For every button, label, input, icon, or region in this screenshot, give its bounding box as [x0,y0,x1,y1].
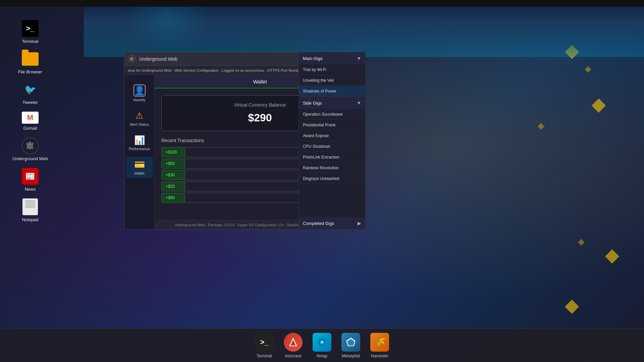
hackify-icon: 👤 [133,84,146,97]
performance-icon: 📊 [134,135,145,145]
sidebar-item-underground-web[interactable]: 🕸 Underground Web [12,137,48,161]
desktop-sidebar: >_ Terminal File Browser 🐦 Tweeter Gomai… [0,7,60,222]
taskbar-app-harvester[interactable]: 🌾 Harvester [370,333,389,358]
gig-label-cpu-shutdown: CPU Shutdown [303,144,330,149]
taskbar-app-terminal[interactable]: >_ Terminal [255,333,274,358]
gig-label-rainbow-revolution: Rainbow Revolution [303,166,339,170]
taskbar-top [0,0,644,7]
gig-label-presidential-prank: Presidential Prank [303,123,335,127]
sidebar-item-notepad[interactable]: Notepad [22,198,39,222]
taskbar-harvester-icon: 🌾 [370,333,389,352]
side-gigs-expand-icon: ▼ [357,100,361,106]
window-app-icon: 🕸 [128,55,136,63]
sidebar-label-file-browser: File Browser [18,69,42,74]
taskbar-airocrack-icon [284,333,303,352]
gig-item-disgrace-unleashed[interactable]: Disgrace Unleashed [299,173,365,184]
terminal-icon: >_ [22,20,39,37]
wallet-icon: 💳 [134,160,145,170]
taskbar-label-harvester: Harvester [371,354,388,358]
tx-amount-2: +$30 [162,170,185,180]
gig-label-unveiling-the-veil: Unveiling the Veil [303,78,334,83]
completed-gigs-header[interactable]: Completed Gigs ▶ [299,217,365,229]
sidebar-label-terminal: Terminal [22,39,38,44]
nav-label-wallet: Wallet [134,171,144,175]
address-bar-text: etup for Underground Web - Web Service C… [128,68,326,72]
sidebar-item-news[interactable]: 📰 News [22,168,39,192]
notepad-icon-wrap [22,198,39,215]
sidebar-label-notepad: Notepad [22,217,38,222]
gig-label-phishlink-extraction: PhishLink Extraction [303,155,339,160]
tx-amount-3: +$20 [162,182,185,191]
sidebar-label-gomail: Gomail [23,126,37,131]
completed-gigs-expand-icon: ▶ [358,221,361,226]
side-gigs-header[interactable]: Side Gigs ▼ [299,97,365,109]
tweeter-icon: 🐦 [22,81,39,98]
taskbar-label-airocrack: Airocrack [285,354,302,358]
underground-web-icon: 🕸 [22,137,39,154]
sidebar-item-gomail[interactable]: Gomail [22,112,39,131]
nav-item-wallet[interactable]: 💳 Wallet [126,157,153,178]
nav-label-performance: Performance [129,147,150,151]
sidebar-item-tweeter[interactable]: 🐦 Tweeter [22,81,39,105]
gig-label-disgrace-unleashed: Disgrace Unleashed [303,176,339,181]
tx-amount-0: +$100 [162,147,185,157]
notepad-icon [22,198,38,215]
sidebar-label-news: News [25,187,36,192]
sidebar-item-file-browser[interactable]: File Browser [18,51,42,74]
gig-item-rainbow-revolution[interactable]: Rainbow Revolution [299,163,365,173]
gig-item-trial-by-wifi[interactable]: Trial by Wi-Fi [299,64,365,75]
main-gigs-expand-icon: ▼ [357,56,361,61]
nav-item-alert-status[interactable]: ⚠ Alert Status [126,108,153,129]
taskbar-label-terminal: Terminal [257,354,272,358]
gig-label-trial-by-wifi: Trial by Wi-Fi [303,67,326,72]
tx-amount-1: +$50 [162,159,185,168]
gig-item-presidential-prank[interactable]: Presidential Prank [299,120,365,130]
gigs-panel: Main Gigs ▼ Trial by Wi-Fi Unveiling the… [299,52,366,230]
gig-item-operation-soundwave[interactable]: Operation Soundwave [299,109,365,120]
folder-icon [22,52,39,66]
gig-item-unveiling-the-veil[interactable]: Unveiling the Veil [299,75,365,86]
nav-label-alert-status: Alert Status [130,122,149,126]
gig-item-award-expose[interactable]: Award Expose [299,130,365,141]
main-gigs-title: Main Gigs [303,56,323,61]
svg-point-4 [321,341,323,343]
gig-label-award-expose: Award Expose [303,133,329,138]
nav-item-performance[interactable]: 📊 Performance [126,132,153,154]
alert-status-icon: ⚠ [136,111,143,121]
left-nav: 👤 Hackify ⚠ Alert Status 📊 Performance 💳… [124,75,155,229]
gig-label-operation-soundwave: Operation Soundwave [303,112,343,117]
file-browser-icon [22,51,39,67]
taskbar-label-metasploit: Metasploit [342,354,360,358]
taskbar-nmap-icon [313,333,331,352]
news-icon: 📰 [22,168,39,185]
wallet-section-title: Wallet [253,79,267,84]
gig-item-cpu-shutdown[interactable]: CPU Shutdown [299,141,365,152]
sidebar-label-underground-web: Underground Web [12,156,48,161]
tx-amount-4: +$90 [162,193,185,202]
gomail-icon [22,112,39,124]
completed-gigs-title: Completed Gigs [303,221,334,226]
sidebar-label-tweeter: Tweeter [22,100,38,105]
taskbar-metasploit-icon [341,333,360,352]
sidebar-item-terminal[interactable]: >_ Terminal [22,20,39,44]
taskbar-app-nmap[interactable]: Nmap [313,333,331,358]
taskbar-bottom: >_ Terminal Airocrack Nmap Meta [0,328,644,362]
taskbar-terminal-icon: >_ [255,333,274,352]
character-background [84,0,644,57]
taskbar-app-metasploit[interactable]: Metasploit [341,333,360,358]
nav-item-hackify[interactable]: 👤 Hackify [126,82,153,105]
side-gigs-title: Side Gigs [303,101,322,106]
gig-label-shadows-of-power: Shadows of Power [303,89,336,94]
taskbar-app-airocrack[interactable]: Airocrack [284,333,303,358]
gig-item-phishlink-extraction[interactable]: PhishLink Extraction [299,152,365,163]
nav-label-hackify: Hackify [133,98,145,102]
character-silhouette [117,0,218,57]
gig-item-shadows-of-power[interactable]: Shadows of Power [299,86,365,97]
taskbar-label-nmap: Nmap [317,354,327,358]
main-gigs-header[interactable]: Main Gigs ▼ [299,52,365,64]
